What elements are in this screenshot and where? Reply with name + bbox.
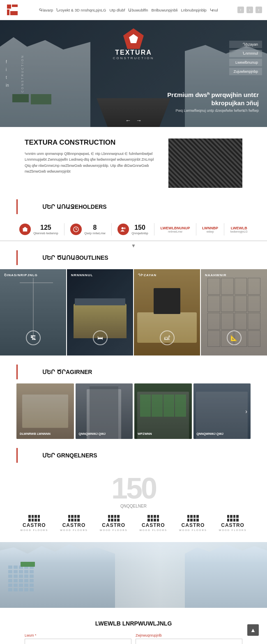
contact-section: LWEWLB LNRPWUWLJNLG Lwum * Zwjnwuqnrupjn… bbox=[0, 612, 267, 644]
about-description: Կnntm unm qnmwnqnp QlBnnpnqwpwL ∈ ntp Lb… bbox=[25, 151, 160, 175]
service-construction-label: ՇINAS/NRIPJNLG bbox=[4, 273, 38, 277]
stat-clients-label: Qnnqwbnbp bbox=[131, 231, 148, 235]
services-grid: ՇINAS/NRIPJNLG 🏗 NRNNNNUL 🛏 ԴԻZAYAN 🛋 bbox=[0, 269, 267, 359]
partner-castro-5-sub: WOOD FLOORS bbox=[179, 529, 207, 531]
service-interior-label: NRNNNNUL bbox=[71, 273, 93, 277]
partner-castro-1-name: CASTRO bbox=[23, 522, 46, 528]
achievements-title: ՄԵՐ ԱՌԱՋEHOLDERS bbox=[16, 199, 251, 214]
hero-menu-construction[interactable]: Lwewlbnunup bbox=[229, 59, 262, 66]
contact-surname-input[interactable] bbox=[136, 639, 242, 644]
service-interior[interactable]: NRNNNNUL 🛏 bbox=[67, 269, 133, 355]
contact-title: LWEWLB LNRPWUWLJNLG bbox=[25, 620, 242, 627]
hero-caption: Prɛmium dwsʰ pwrqwjhin untɛr bkropujkan … bbox=[167, 91, 259, 113]
project-1-label: DLWNRWB LWNNNN bbox=[20, 432, 51, 436]
projects-title: ՄԵՐ ԾՐAGIRNER bbox=[16, 365, 251, 379]
hero-linkedin-icon[interactable]: in bbox=[6, 83, 9, 88]
hero-side-text: CONSTRUCTION bbox=[21, 55, 24, 92]
stat-clients-icon bbox=[117, 224, 129, 235]
stat-projects: 125 Qlwnrwb lwdwnnp bbox=[19, 224, 58, 235]
hero-caption-line2: Pwq Lwmwlfwqnuj untp dzeqwfwlw lwfwrtɛh … bbox=[167, 108, 259, 113]
social-instagram-icon[interactable]: i bbox=[246, 7, 253, 13]
hero-brand-sub: CONSTRUCTION bbox=[113, 56, 154, 60]
stat-badge-3: LWEWLB lwdwnnpjnLG bbox=[230, 226, 248, 233]
stat-years: 8 Qwrp nnlwLmw bbox=[70, 224, 105, 235]
nav-link-home[interactable]: Գlavarp bbox=[39, 8, 53, 12]
nav-link-achievements[interactable]: Աbuwublfln bbox=[128, 8, 148, 12]
contact-name-field: Lwum * bbox=[25, 633, 131, 644]
hero-prev-arrow[interactable]: ← bbox=[125, 117, 131, 124]
nav-link-partners[interactable]: Bnlbuwunpjnbli bbox=[152, 8, 178, 12]
stat-projects-num: 125 bbox=[33, 224, 58, 231]
project-item-3[interactable]: WРZWNN bbox=[134, 383, 192, 439]
stat-projects-icon bbox=[19, 224, 31, 235]
project-item-1[interactable]: DLWNRWB LWNNNN bbox=[16, 383, 74, 439]
hero-logo: TEXTURA CONSTRUCTION bbox=[113, 28, 154, 60]
nav-link-services[interactable]: Utр dlubf bbox=[109, 8, 125, 12]
social-facebook-icon[interactable]: f bbox=[237, 7, 244, 13]
services-title: ՄԵՐ ԾԱՌԱՅOUTLINES bbox=[16, 250, 251, 265]
hero-twitter-icon[interactable]: t bbox=[6, 75, 9, 80]
service-planning-label: NAAHWNIR bbox=[205, 273, 226, 277]
service-design[interactable]: ԴԻZAYAN 🛋 bbox=[134, 269, 200, 355]
partner-castro-4-sub: WOOD FLOORS bbox=[139, 529, 167, 531]
service-planning-icon: 📐 bbox=[227, 330, 242, 345]
hero-next-arrow[interactable]: → bbox=[136, 117, 142, 124]
service-planning[interactable]: NAAHWNIR 📐 bbox=[201, 269, 267, 355]
service-design-label: ԴԻZAYAN bbox=[138, 273, 157, 277]
hero-menu-design[interactable]: Դիzayan bbox=[229, 41, 262, 48]
svg-rect-3 bbox=[10, 11, 18, 15]
partner-castro-3[interactable]: CASTRO WOOD FLOORS bbox=[100, 515, 128, 531]
stat-badge-2: LWNNBP wdwp bbox=[202, 226, 218, 233]
service-construction-icon: 🏗 bbox=[26, 330, 41, 345]
hero-social: f i t in bbox=[6, 60, 9, 88]
project-next-arrow[interactable]: › bbox=[245, 408, 247, 415]
more-arrow[interactable]: ▼ bbox=[0, 241, 267, 250]
nav-social: f i t bbox=[237, 7, 262, 13]
partner-castro-2-sub: WOOD FLOORS bbox=[60, 529, 88, 531]
stat-clients: 150 Qnnqwbnbp bbox=[117, 224, 148, 235]
service-construction[interactable]: ՇINAS/NRIPJNLG 🏗 bbox=[0, 269, 66, 355]
partner-castro-6[interactable]: CASTRO WOOD FLOORS bbox=[219, 515, 247, 531]
hero-menu-planning[interactable]: Zujuwlwnpjnbp bbox=[229, 68, 262, 75]
project-3-label: WРZWNN bbox=[138, 432, 152, 436]
svg-rect-2 bbox=[7, 9, 9, 15]
project-item-4[interactable]: QNNQWNWJ QWJ › bbox=[193, 383, 251, 439]
partner-castro-3-sub: WOOD FLOORS bbox=[100, 529, 128, 531]
partners-count-label: QNQQELNER bbox=[16, 504, 251, 508]
service-design-icon: 🛋 bbox=[160, 330, 175, 345]
logo-small[interactable] bbox=[5, 2, 20, 17]
partner-castro-4[interactable]: CASTRO WOOD FLOORS bbox=[139, 515, 167, 531]
hero-menu-interior[interactable]: Նnrnnnul bbox=[229, 50, 262, 57]
nav-link-contacts[interactable]: Lnbnubnpjnblp bbox=[181, 8, 207, 12]
partner-castro-2-name: CASTRO bbox=[62, 522, 86, 528]
svg-rect-4 bbox=[23, 229, 28, 231]
hero-arrows: ← → bbox=[125, 117, 142, 124]
partner-castro-1[interactable]: CASTRO WOOD FLOORS bbox=[20, 515, 48, 531]
svg-point-10 bbox=[124, 227, 126, 229]
partners-title: ՄԵՐ GRNQELNERS bbox=[16, 448, 251, 463]
nav-link-news[interactable]: Կnul bbox=[210, 8, 218, 12]
hero-instagram-icon[interactable]: i bbox=[6, 67, 9, 72]
hero-facebook-icon[interactable]: f bbox=[6, 60, 9, 64]
hero-brand-name: TEXTURA bbox=[115, 49, 152, 56]
building-strip bbox=[0, 542, 267, 608]
partner-castro-2[interactable]: CASTRO WOOD FLOORS bbox=[60, 515, 88, 531]
social-twitter-icon[interactable]: t bbox=[255, 7, 262, 13]
back-to-top-button[interactable]: ▲ bbox=[247, 624, 259, 636]
hero-caption-line1: Prɛmium dwsʰ pwrqwjhin untɛr bbox=[167, 91, 259, 99]
contact-name-input[interactable] bbox=[25, 639, 131, 644]
top-nav: Գlavarp Նroyekt & 3D nnshqnLpjnLG Utр dl… bbox=[0, 0, 267, 20]
nav-links: Գlavarp Նroyekt & 3D nnshqnLpjnLG Utр dl… bbox=[39, 8, 218, 12]
stats-row: 125 Qlwnrwb lwdwnnp 8 Qwrp nnlwLmw 150 Q… bbox=[0, 218, 267, 241]
nav-link-projects[interactable]: Նroyekt & 3D nnshqnLpjnLG bbox=[56, 8, 106, 12]
partners-section: 150 QNQQELNER CASTRO WOOD FLOORS CASTRO … bbox=[0, 467, 267, 538]
hero-menu: Դիzayan Նnrnnnul Lwewlbnunup Zujuwlwnpjn… bbox=[229, 41, 262, 75]
stat-badge-1: LWEWLBNUNUP nnlmwLmw bbox=[160, 226, 190, 233]
partner-castro-5[interactable]: CASTRO WOOD FLOORS bbox=[179, 515, 207, 531]
svg-marker-5 bbox=[22, 227, 28, 229]
project-item-2[interactable]: QNNQWNWJ QWJ bbox=[76, 383, 133, 439]
hero-caption-line1b: bkropujkan ɔñuj bbox=[167, 99, 259, 107]
about-text: TEXTURA CONSTRUCTION Կnntm unm qnmwnqnp … bbox=[25, 138, 160, 175]
stat-years-label: Qwrp nnlwLmw bbox=[84, 231, 105, 235]
svg-rect-0 bbox=[7, 5, 11, 9]
